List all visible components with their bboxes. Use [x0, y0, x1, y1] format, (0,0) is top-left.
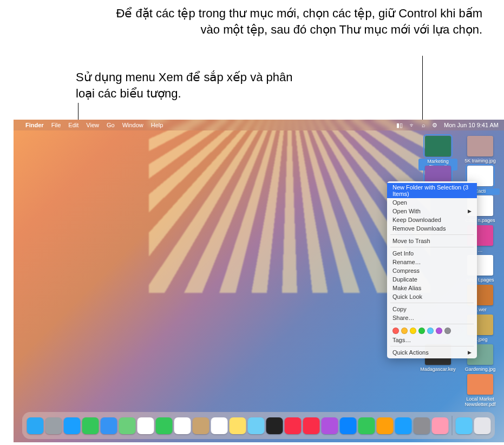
- menu-separator: [390, 303, 474, 303]
- dock-app-messages[interactable]: [82, 417, 99, 434]
- context-menu-item[interactable]: Compress: [387, 266, 477, 275]
- tag-color[interactable]: [427, 328, 434, 334]
- menu-view[interactable]: View: [86, 122, 99, 128]
- wifi-icon[interactable]: ᯤ: [409, 122, 415, 128]
- dock-app-freeform[interactable]: [248, 417, 265, 434]
- menu-edit[interactable]: Edit: [68, 122, 78, 128]
- dock-app-finder[interactable]: [27, 417, 44, 434]
- dock-app-facetime[interactable]: [156, 417, 173, 434]
- menu-item-label: Tags…: [392, 337, 411, 343]
- menu-separator: [390, 247, 474, 247]
- context-menu-item[interactable]: Make Alias: [387, 284, 477, 292]
- menu-item-label: Duplicate: [392, 276, 417, 283]
- dock-app-keynote[interactable]: [340, 417, 357, 434]
- context-menu-item[interactable]: Quick Actions▶: [387, 348, 477, 357]
- dock-app-numbers[interactable]: [358, 417, 375, 434]
- menubar-datetime[interactable]: Mon Jun 10 9:41 AM: [444, 122, 499, 128]
- file-label: Gardening.jpg: [461, 367, 500, 372]
- dock-app-mail[interactable]: [101, 417, 117, 434]
- context-menu-item[interactable]: Quick Look: [387, 292, 477, 301]
- file-thumbnail: [467, 136, 493, 156]
- submenu-arrow-icon: ▶: [468, 350, 472, 355]
- dock-app-reminders[interactable]: [211, 417, 228, 434]
- dock-app-settings[interactable]: [414, 417, 430, 434]
- dock-app-tv[interactable]: [266, 417, 283, 434]
- menu-bar: Finder File Edit View Go Window Help ▮▯ …: [14, 120, 504, 130]
- file-thumbnail: [467, 374, 493, 395]
- menu-separator: [390, 324, 474, 324]
- menu-item-label: Make Alias: [392, 285, 421, 291]
- menu-item-label: Get Info: [392, 250, 414, 257]
- file-label: Madagascar.key: [418, 367, 457, 372]
- file-label: Local Market Newsletter.pdf: [461, 397, 500, 408]
- desktop-icon[interactable]: Local Market Newsletter.pdf: [461, 374, 500, 408]
- context-menu-item[interactable]: Tags…: [387, 336, 477, 344]
- dock-app-downloads[interactable]: [456, 417, 473, 434]
- menu-item-label: Open: [392, 199, 407, 206]
- context-menu-item[interactable]: Get Info: [387, 249, 477, 258]
- menu-help[interactable]: Help: [151, 122, 163, 128]
- context-menu-item[interactable]: New Folder with Selection (3 Items): [387, 183, 477, 198]
- tag-color[interactable]: [418, 328, 425, 334]
- submenu-arrow-icon: ▶: [468, 208, 472, 214]
- dock-app-photos[interactable]: [138, 417, 154, 434]
- context-menu-item[interactable]: Duplicate: [387, 275, 477, 284]
- dock-app-safari[interactable]: [64, 417, 81, 434]
- dock-app-podcasts[interactable]: [322, 417, 338, 434]
- dock-app-pages[interactable]: [377, 417, 394, 434]
- tag-color[interactable]: [392, 328, 399, 334]
- menu-go[interactable]: Go: [107, 122, 115, 128]
- menu-item-label: Remove Downloads: [392, 225, 446, 232]
- menu-item-label: Quick Actions: [392, 349, 429, 356]
- dock-app-trash[interactable]: [474, 417, 491, 434]
- menu-item-label: Quick Look: [392, 293, 422, 300]
- spotlight-icon[interactable]: ⌕: [422, 122, 426, 128]
- menu-file[interactable]: File: [51, 122, 61, 128]
- menu-separator: [390, 346, 474, 346]
- app-menu[interactable]: Finder: [25, 122, 44, 128]
- file-thumbnail: [425, 136, 451, 156]
- file-label: 5K training.jpg: [461, 159, 500, 164]
- dock-app-appstore[interactable]: [395, 417, 412, 434]
- control-center-icon[interactable]: ⚙: [432, 122, 437, 129]
- callout-new-folder: Để đặt các tệp trong thư mục mới, chọn c…: [114, 5, 482, 37]
- tag-color[interactable]: [410, 328, 416, 334]
- tag-color-row: [387, 326, 477, 336]
- tag-color[interactable]: [401, 328, 408, 334]
- menu-separator: [390, 234, 474, 235]
- dock-separator: [452, 416, 453, 435]
- context-menu: New Folder with Selection (3 Items)OpenO…: [387, 181, 477, 358]
- menu-item-label: Rename…: [392, 259, 421, 265]
- desktop-icon[interactable]: 5K training.jpg: [461, 136, 500, 164]
- menu-item-label: Copy: [392, 306, 407, 312]
- context-menu-item[interactable]: Copy: [387, 305, 477, 313]
- dock-app-maps[interactable]: [119, 417, 136, 434]
- menu-item-label: Keep Downloaded: [392, 217, 441, 223]
- dock-app-launchpad[interactable]: [45, 417, 62, 434]
- menu-item-label: Compress: [392, 267, 420, 274]
- dock-app-notes[interactable]: [230, 417, 246, 434]
- context-menu-item[interactable]: Remove Downloads: [387, 224, 477, 233]
- dock-app-news[interactable]: [303, 417, 320, 434]
- context-menu-item[interactable]: Open With▶: [387, 207, 477, 215]
- macos-desktop[interactable]: Finder File Edit View Go Window Help ▮▯ …: [14, 120, 504, 442]
- context-menu-item[interactable]: Move to Trash: [387, 237, 477, 245]
- context-menu-item[interactable]: Keep Downloaded: [387, 215, 477, 224]
- battery-icon[interactable]: ▮▯: [396, 122, 403, 129]
- dock-app-music[interactable]: [285, 417, 302, 434]
- dock: [23, 412, 495, 439]
- tag-color[interactable]: [436, 328, 442, 334]
- dock-app-contacts[interactable]: [193, 417, 210, 434]
- dock-app-iphone-mirror[interactable]: [432, 417, 449, 434]
- menu-window[interactable]: Window: [122, 122, 143, 128]
- callout-view-menu: Sử dụng menu Xem để sắp xếp và phân loại…: [76, 69, 314, 101]
- menu-item-label: Move to Trash: [392, 238, 430, 244]
- menu-item-label: New Folder with Selection (3 Items): [392, 184, 472, 197]
- context-menu-item[interactable]: Open: [387, 198, 477, 207]
- menu-item-label: Share…: [392, 315, 414, 321]
- context-menu-item[interactable]: Rename…: [387, 258, 477, 266]
- context-menu-item[interactable]: Share…: [387, 313, 477, 322]
- dock-app-calendar[interactable]: [174, 417, 191, 434]
- tag-color[interactable]: [444, 328, 451, 334]
- menu-item-label: Open With: [392, 208, 421, 214]
